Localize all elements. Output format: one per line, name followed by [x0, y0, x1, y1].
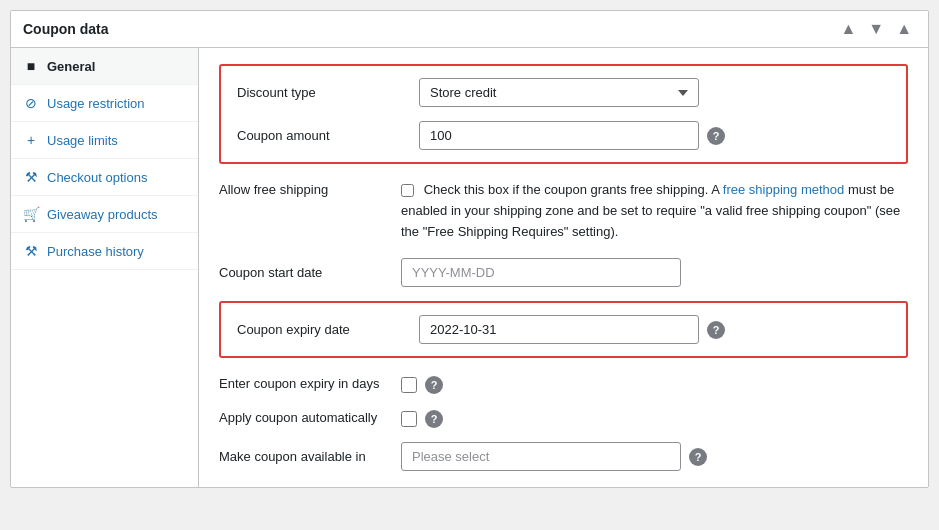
sidebar-item-checkout-options-label: Checkout options [47, 170, 147, 185]
free-shipping-label: Allow free shipping [219, 180, 389, 197]
free-shipping-text-before: Check this box if the coupon grants free… [424, 182, 720, 197]
coupon-expiry-date-input[interactable] [419, 315, 699, 344]
expiry-in-days-label: Enter coupon expiry in days [219, 374, 389, 394]
free-shipping-link[interactable]: free shipping method [723, 182, 844, 197]
make-available-row: Make coupon available in ? [219, 442, 908, 471]
coupon-amount-row: Coupon amount ? [237, 121, 890, 150]
make-available-field: ? [401, 442, 908, 471]
sidebar-item-giveaway-products[interactable]: 🛒 Giveaway products [11, 196, 198, 233]
coupon-expiry-date-row: Coupon expiry date ? [237, 315, 890, 344]
coupon-amount-label: Coupon amount [237, 128, 407, 143]
apply-coupon-auto-field: ? [401, 408, 443, 428]
coupon-start-date-row: Coupon start date [219, 258, 908, 287]
coupon-amount-help-icon[interactable]: ? [707, 127, 725, 145]
panel-toggle-button[interactable]: ▲ [892, 19, 916, 39]
panel-header: Coupon data ▲ ▼ ▲ [11, 11, 928, 48]
coupon-start-date-field [401, 258, 908, 287]
coupon-expiry-section: Coupon expiry date ? [219, 301, 908, 358]
coupon-expiry-date-field: ? [419, 315, 890, 344]
expiry-in-days-help-icon[interactable]: ? [425, 376, 443, 394]
panel-controls: ▲ ▼ ▲ [836, 19, 916, 39]
panel-body: ■ General ⊘ Usage restriction + Usage li… [11, 48, 928, 487]
purchase-history-icon: ⚒ [23, 243, 39, 259]
main-content: Discount type Store credit Percentage di… [199, 48, 928, 487]
make-available-help-icon[interactable]: ? [689, 448, 707, 466]
coupon-expiry-date-label: Coupon expiry date [237, 322, 407, 337]
sidebar-item-general[interactable]: ■ General [11, 48, 198, 85]
usage-restriction-icon: ⊘ [23, 95, 39, 111]
panel-title: Coupon data [23, 21, 109, 37]
sidebar-item-usage-restriction[interactable]: ⊘ Usage restriction [11, 85, 198, 122]
coupon-amount-field: ? [419, 121, 890, 150]
sidebar-item-purchase-history-label: Purchase history [47, 244, 144, 259]
sidebar-item-usage-restriction-label: Usage restriction [47, 96, 145, 111]
apply-coupon-auto-checkbox[interactable] [401, 411, 417, 427]
sidebar-item-general-label: General [47, 59, 95, 74]
coupon-start-date-input[interactable] [401, 258, 681, 287]
expiry-in-days-checkbox[interactable] [401, 377, 417, 393]
coupon-amount-input[interactable] [419, 121, 699, 150]
discount-type-label: Discount type [237, 85, 407, 100]
usage-limits-icon: + [23, 132, 39, 148]
sidebar-item-usage-limits-label: Usage limits [47, 133, 118, 148]
coupon-start-date-label: Coupon start date [219, 265, 389, 280]
sidebar-item-giveaway-products-label: Giveaway products [47, 207, 158, 222]
sidebar: ■ General ⊘ Usage restriction + Usage li… [11, 48, 199, 487]
sidebar-item-purchase-history[interactable]: ⚒ Purchase history [11, 233, 198, 270]
panel-down-button[interactable]: ▼ [864, 19, 888, 39]
make-available-input[interactable] [401, 442, 681, 471]
discount-type-select[interactable]: Store credit Percentage discount Fixed c… [419, 78, 699, 107]
panel-up-button[interactable]: ▲ [836, 19, 860, 39]
giveaway-products-icon: 🛒 [23, 206, 39, 222]
expiry-in-days-field: ? [401, 374, 443, 394]
general-icon: ■ [23, 58, 39, 74]
make-available-label: Make coupon available in [219, 449, 389, 464]
coupon-expiry-help-icon[interactable]: ? [707, 321, 725, 339]
discount-type-field: Store credit Percentage discount Fixed c… [419, 78, 890, 107]
checkout-options-icon: ⚒ [23, 169, 39, 185]
expiry-in-days-row: Enter coupon expiry in days ? [219, 374, 908, 394]
allow-free-shipping-row: Allow free shipping Check this box if th… [219, 180, 908, 242]
coupon-data-panel: Coupon data ▲ ▼ ▲ ■ General ⊘ Usage rest… [10, 10, 929, 488]
sidebar-item-usage-limits[interactable]: + Usage limits [11, 122, 198, 159]
discount-coupon-section: Discount type Store credit Percentage di… [219, 64, 908, 164]
apply-coupon-auto-label: Apply coupon automatically [219, 408, 389, 428]
discount-type-row: Discount type Store credit Percentage di… [237, 78, 890, 107]
apply-coupon-auto-help-icon[interactable]: ? [425, 410, 443, 428]
free-shipping-content: Check this box if the coupon grants free… [401, 180, 908, 242]
sidebar-item-checkout-options[interactable]: ⚒ Checkout options [11, 159, 198, 196]
apply-coupon-auto-row: Apply coupon automatically ? [219, 408, 908, 428]
free-shipping-checkbox[interactable] [401, 184, 414, 197]
